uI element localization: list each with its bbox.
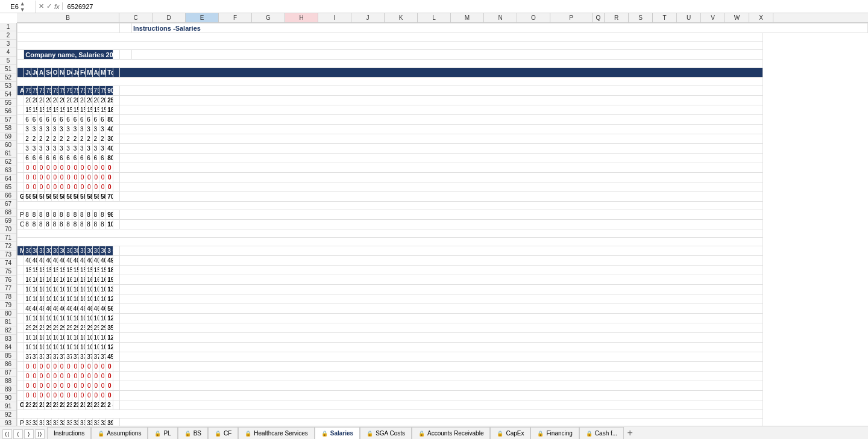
lock-icon: 🔒 (184, 431, 191, 437)
tab-cf[interactable]: 🔒 CF (208, 427, 238, 439)
table-row: Director 20 83320 83320 833 20 83320 833… (17, 96, 868, 105)
tab-financing-label: Financing (546, 430, 572, 437)
table-row: Administrative Staff Position 8 000 000 … (17, 163, 868, 173)
tab-salaries-label: Salaries (330, 430, 353, 437)
months-header-row: Jun Jul Aug Sep Oct Nov Dec Jan Feb Mar … (17, 68, 868, 78)
table-row (17, 42, 868, 50)
col-header-m[interactable]: M (451, 13, 484, 22)
admin-staff-label: Administrative Staff (17, 86, 24, 96)
tab-next-btn[interactable]: ⟩ (24, 429, 34, 439)
table-row: Nurse 37 50037 50037 500 37 50037 50037 … (17, 352, 868, 362)
lock-icon: 🔒 (321, 431, 328, 437)
gross-medical-fixed-row: Gross Medical Staff Fixed Salary 236 250… (17, 400, 868, 410)
table-row: Secretary 3 3333 3333 333 3 3333 3333 33… (17, 144, 868, 154)
tab-sga-costs[interactable]: 🔒 SGA Costs (360, 427, 412, 439)
col-header-c[interactable]: C (119, 13, 153, 22)
tab-assumptions[interactable]: 🔒 Assumptions (91, 427, 148, 439)
tab-prev-btn[interactable]: ⟨ (13, 429, 23, 439)
tab-last-btn[interactable]: ⟩⟩ (35, 429, 45, 439)
col-header-q[interactable]: Q (593, 13, 605, 22)
table-row: Anaesthetist 46 66746 66746 667 46 66746… (17, 304, 868, 314)
col-header-l[interactable]: L (418, 13, 451, 22)
col-header-h[interactable]: H (285, 13, 318, 22)
col-header-f[interactable]: F (219, 13, 252, 22)
col-header-v[interactable]: V (701, 13, 725, 22)
table-row: Cardiologist 40 83340 83340 833 40 83340… (17, 256, 868, 266)
admin-total: 903 000 (106, 86, 113, 96)
lock-icon: 🔒 (366, 431, 373, 437)
sheet-tabs: ⟨⟨ ⟨ ⟩ ⟩⟩ Instructions 🔒 Assumptions 🔒 P… (0, 426, 868, 439)
col-header-e[interactable]: E (186, 13, 219, 22)
lock-icon: 🔒 (154, 431, 161, 437)
cell-reference[interactable]: E6 ▲▼ (0, 1, 36, 13)
tab-healthcare-services[interactable]: 🔒 Healthcare Services (238, 427, 314, 439)
column-headers: B C D E F G H I J K L M N O P Q R S T U … (17, 13, 868, 23)
col-header-g[interactable]: G (252, 13, 285, 22)
tab-bs[interactable]: 🔒 BS (178, 427, 208, 439)
table-row (17, 33, 868, 42)
col-header-u[interactable]: U (677, 13, 701, 22)
col-header-k[interactable]: K (385, 13, 418, 22)
tab-first-btn[interactable]: ⟨⟨ (2, 429, 12, 439)
table-row (17, 202, 868, 210)
tab-financing[interactable]: 🔒 Financing (530, 427, 579, 439)
col-header-i[interactable]: I (318, 13, 351, 22)
lock-icon: 🔒 (586, 431, 593, 437)
table-row (17, 229, 868, 238)
tab-cash-flow[interactable]: 🔒 Cash f... (579, 427, 624, 439)
other-payroll-row: Other Payroll Related Benefits 8 7508 75… (17, 220, 868, 229)
lock-icon: 🔒 (245, 431, 251, 437)
tab-ar-label: Accounts Receivable (427, 430, 483, 437)
tab-navigation-controls: ⟨⟨ ⟨ ⟩ ⟩⟩ (0, 429, 47, 439)
col-header-p[interactable]: P (550, 13, 593, 22)
function-icon[interactable]: fx (54, 3, 60, 10)
medical-fixed-header: Medical Staff (Fixed Salary) 304 763 304… (17, 246, 868, 256)
col-header-d[interactable]: D (153, 13, 186, 22)
table-row (17, 410, 868, 419)
tab-salaries[interactable]: 🔒 Salaries (315, 427, 360, 439)
company-title-row: Company name, Salaries 2018 (17, 50, 868, 60)
instructions-title: Instructions -Salaries (133, 25, 201, 32)
col-header-x[interactable]: X (749, 13, 773, 22)
table-row: Otorhinolaringologist 10 83310 83310 833… (17, 285, 868, 294)
table-row: Masseur 10 00010 00010 000 10 00010 0001… (17, 314, 868, 323)
confirm-icon[interactable]: ✓ (46, 2, 52, 10)
tab-capex[interactable]: 🔒 CapEx (490, 427, 530, 439)
table-row: Administrative Staff Position 9 000 000 … (17, 173, 868, 182)
table-row: Administrative Staff Position 10 000 000… (17, 182, 868, 192)
table-row: Physiotherapist 10 00010 00010 000 10 00… (17, 294, 868, 304)
gross-admin-label: Gross Administration Salaries (17, 192, 24, 202)
lock-icon: 🔒 (215, 431, 221, 437)
cancel-icon[interactable]: ✕ (39, 2, 44, 10)
table-row: Dentist 15 00015 00015 000 15 00015 0001… (17, 266, 868, 275)
tab-instructions-label: Instructions (54, 430, 84, 437)
payroll-taxes-row: Payroll Taxes 8 1678 1678 167 8 1678 167… (17, 210, 868, 220)
tab-cf-label: CF (224, 430, 231, 437)
medical-payroll-taxes-row: Payroll Taxes 33 07533 07533 075 33 0753… (17, 419, 868, 426)
tab-bs-label: BS (193, 430, 201, 437)
tab-instructions[interactable]: Instructions (47, 427, 91, 439)
col-header-o[interactable]: O (517, 13, 550, 22)
col-header-t[interactable]: T (653, 13, 677, 22)
col-header-r[interactable]: R (605, 13, 629, 22)
tab-capex-label: CapEx (506, 430, 524, 437)
table-row (17, 238, 868, 246)
col-header-s[interactable]: S (629, 13, 653, 22)
formula-controls: ✕ ✓ fx (36, 2, 63, 10)
table-row: HR Specialist 2 5002 5002 500 2 5002 500… (17, 134, 868, 144)
col-header-n[interactable]: N (484, 13, 517, 22)
add-sheet-button[interactable]: + (624, 427, 636, 439)
table-row: Medical Staff Position 13 000 000 000 00… (17, 372, 868, 381)
admin-staff-header: Administrative Staff 75 250 75 250 75 25… (17, 86, 868, 96)
spreadsheet-grid[interactable]: Instructions -Salaries Company name, Sal… (17, 23, 868, 426)
tab-cash-label: Cash f... (595, 430, 617, 437)
col-header-w[interactable]: W (725, 13, 749, 22)
table-row: Medical Staff Position 12 000 000 000 00… (17, 362, 868, 372)
col-header-b[interactable]: B (17, 13, 119, 22)
tab-accounts-receivable[interactable]: 🔒 Accounts Receivable (412, 427, 490, 439)
col-header-j[interactable]: J (351, 13, 385, 22)
table-row: Oculist 16 25016 25016 250 16 25016 2501… (17, 275, 868, 285)
table-row (17, 60, 868, 68)
formula-bar: E6 ▲▼ ✕ ✓ fx 6526927 (0, 0, 868, 13)
tab-pl[interactable]: 🔒 PL (148, 427, 177, 439)
